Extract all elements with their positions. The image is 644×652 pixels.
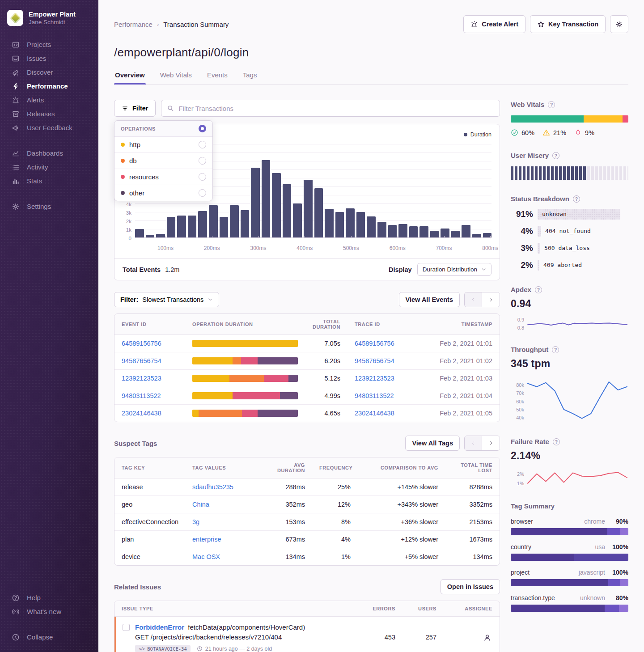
operation-radio[interactable]	[199, 173, 206, 181]
issue-age: 21 hours ago — 2 days old	[205, 646, 272, 652]
help-tooltip-icon[interactable]: ?	[535, 286, 542, 293]
issue-type-link[interactable]: ForbiddenError	[135, 623, 184, 631]
histogram-bar	[441, 229, 449, 237]
sidebar-item-alerts[interactable]: Alerts	[0, 93, 98, 107]
tag-percent: 100%	[605, 543, 628, 550]
activity-icon	[12, 163, 20, 171]
sidebar-item-activity[interactable]: Activity	[0, 160, 98, 174]
user-name: Jane Schmidt	[29, 18, 76, 26]
tab-tags[interactable]: Tags	[242, 71, 258, 84]
axis-tick-label: 50k	[511, 407, 524, 412]
issue-row: ForbiddenError fetchData(app/components/…	[114, 617, 500, 652]
event-id-link[interactable]: 64589156756	[114, 335, 185, 352]
histogram-bar	[220, 217, 229, 237]
operations-dropdown-header[interactable]: OPERATIONS	[114, 121, 212, 137]
search-input[interactable]	[178, 105, 494, 112]
tag-value-link[interactable]: Mac OSX	[185, 548, 258, 565]
operation-radio[interactable]	[199, 141, 206, 148]
pager-next-button[interactable]	[482, 436, 500, 450]
operation-radio[interactable]	[199, 157, 206, 165]
key-transaction-button[interactable]: Key Transaction	[530, 15, 606, 33]
total-time-lost: 3352ms	[445, 496, 500, 513]
operation-option-resources[interactable]: resources	[114, 169, 212, 185]
sidebar-item-stats[interactable]: Stats	[0, 174, 98, 188]
person-icon[interactable]	[483, 633, 491, 642]
y-axis-label: 1k	[120, 227, 131, 233]
sidebar-item-dashboards[interactable]: Dashboards	[0, 146, 98, 160]
event-id-link[interactable]: 12392123523	[114, 370, 185, 387]
issue-checkbox[interactable]	[123, 624, 130, 631]
operation-option-http[interactable]: http	[114, 137, 212, 153]
web-vitals-segment	[511, 115, 584, 123]
help-tooltip-icon[interactable]: ?	[552, 152, 559, 159]
pager-prev-button[interactable]	[465, 292, 482, 307]
sidebar-item-help[interactable]: Help	[0, 591, 98, 605]
sidebar-item-releases[interactable]: Releases	[0, 107, 98, 121]
histogram-bar	[251, 168, 260, 237]
sidebar-item-projects[interactable]: Projects	[0, 38, 98, 51]
axis-tick-label: 2%	[511, 471, 524, 477]
x-axis-tick	[258, 236, 259, 238]
sidebar-item-performance[interactable]: Performance	[0, 79, 98, 93]
tag-value-link[interactable]: sdaufhu35235	[185, 478, 258, 495]
operation-option-other[interactable]: other	[114, 185, 212, 201]
pager-next-button[interactable]	[482, 292, 500, 307]
sidebar-item-issues[interactable]: Issues	[0, 51, 98, 65]
sidebar-item-what-s-new[interactable]: What's new	[0, 605, 98, 618]
tag-value-link[interactable]: enterprise	[185, 531, 258, 548]
histogram-bar	[430, 231, 439, 237]
tag-summary-bar	[511, 554, 628, 561]
clock-icon	[197, 646, 203, 652]
chart-legend[interactable]: Duration	[464, 131, 491, 138]
create-alert-button[interactable]: Create Alert	[463, 15, 525, 33]
breadcrumb-performance[interactable]: Performance	[114, 21, 153, 28]
trace-id-link[interactable]: 64589156756	[347, 335, 415, 352]
trace-id-link[interactable]: 12392123523	[347, 370, 415, 387]
histogram-bar	[419, 226, 428, 237]
operation-option-db[interactable]: db	[114, 153, 212, 169]
suspect-tags-table: TAG KEYTAG VALUESAVG DURATIONFREQUENCYCO…	[114, 457, 500, 566]
filter-button[interactable]: Filter	[114, 100, 156, 117]
event-id-link[interactable]: 94587656754	[114, 352, 185, 369]
tab-events[interactable]: Events	[206, 71, 229, 84]
tag-key: geo	[114, 496, 185, 513]
avg-duration: 673ms	[258, 531, 312, 548]
settings-gear-button[interactable]	[610, 15, 628, 33]
operation-radio[interactable]	[199, 189, 206, 197]
display-select[interactable]: Duration Distribution	[417, 263, 491, 276]
sidebar-item-discover[interactable]: Discover	[0, 65, 98, 79]
comparison-to-avg: +343% slower	[358, 496, 445, 513]
operations-all-radio[interactable]	[199, 125, 206, 132]
help-icon	[12, 594, 20, 602]
column-header: ISSUE TYPE	[114, 601, 362, 616]
pager-prev-button[interactable]	[465, 436, 482, 450]
tab-overview[interactable]: Overview	[114, 71, 146, 84]
help-tooltip-icon[interactable]: ?	[552, 346, 559, 353]
event-id-link[interactable]: 23024146438	[114, 405, 185, 422]
trace-id-link[interactable]: 94587656754	[347, 352, 415, 369]
sidebar-item-user-feedback[interactable]: User Feedback	[0, 121, 98, 135]
view-all-events-button[interactable]: View All Events	[399, 292, 460, 307]
check-circle-icon	[511, 129, 518, 136]
tag-summary-row: browserchrome90%	[511, 518, 628, 535]
org-switcher[interactable]: Empower Plant Jane Schmidt	[0, 0, 98, 38]
tab-web-vitals[interactable]: Web Vitals	[159, 71, 193, 84]
axis-tick-label: 1%	[511, 481, 524, 486]
events-filter-select[interactable]: Filter: Slowest Transactions	[114, 292, 219, 307]
histogram-bar	[398, 224, 407, 237]
help-tooltip-icon[interactable]: ?	[553, 438, 560, 445]
sidebar-item-collapse[interactable]: Collapse	[0, 630, 98, 644]
trace-id-link[interactable]: 23024146438	[347, 405, 415, 422]
sidebar-item-settings[interactable]: Settings	[0, 199, 98, 213]
tag-value-link[interactable]: 3g	[185, 513, 258, 530]
operation-label: resources	[129, 173, 194, 181]
failure-rate-value: 2.14%	[511, 450, 628, 462]
tag-value-link[interactable]: China	[185, 496, 258, 513]
help-tooltip-icon[interactable]: ?	[573, 195, 580, 203]
open-in-issues-button[interactable]: Open in Issues	[441, 579, 500, 594]
trace-id-link[interactable]: 94803113522	[347, 387, 415, 404]
event-id-link[interactable]: 94803113522	[114, 387, 185, 404]
view-all-tags-button[interactable]: View All Tags	[405, 436, 460, 451]
histogram-bar	[409, 226, 418, 237]
help-tooltip-icon[interactable]: ?	[548, 101, 555, 108]
